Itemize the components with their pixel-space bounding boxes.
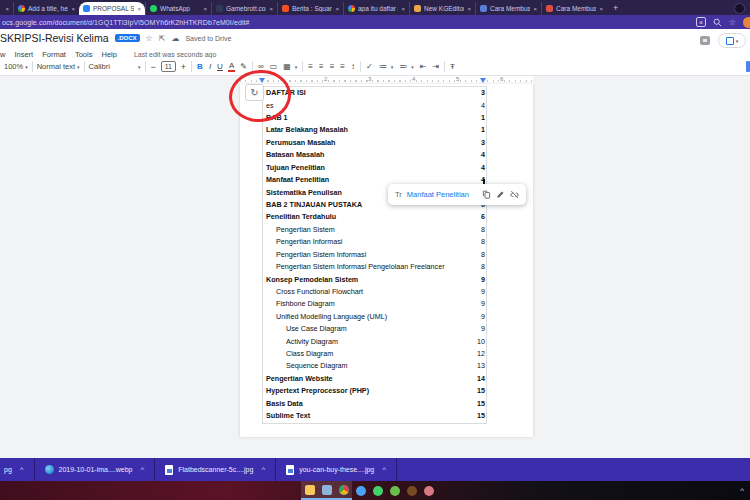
increase-font-size-button[interactable]: +: [180, 62, 187, 72]
document-page[interactable]: DAFTAR ISI3es4BAB 11Latar Belakang Masal…: [240, 84, 533, 437]
tab-close-icon[interactable]: ×: [269, 6, 273, 12]
editing-mode-button[interactable]: ▾: [718, 33, 746, 48]
download-expand-icon[interactable]: ^: [261, 465, 265, 474]
toc-row[interactable]: Activity Diagram10: [262, 335, 487, 347]
toc-row[interactable]: Latar Belakang Masalah1: [262, 124, 487, 136]
download-item[interactable]: pg^: [0, 458, 35, 481]
toc-row[interactable]: Hypertext Preprocessor (PHP)15: [262, 385, 487, 397]
toc-row[interactable]: Pengertian Sistem8: [262, 223, 487, 235]
toc-row[interactable]: Fishbone Diagram9: [262, 298, 487, 310]
taskbar-icon-photos-app[interactable]: [318, 481, 335, 500]
taskbar-icon-edge[interactable]: [352, 481, 369, 500]
bulleted-list-icon[interactable]: ≔: [378, 62, 388, 72]
download-item[interactable]: you-can-buy-these....jpg^: [276, 458, 397, 481]
tab-close-icon[interactable]: ×: [5, 6, 9, 12]
taskbar-icon-file-explorer[interactable]: [301, 481, 318, 500]
line-spacing-icon[interactable]: ↕: [350, 62, 356, 72]
toc-row[interactable]: Batasan Masalah4: [262, 149, 487, 161]
copy-link-icon[interactable]: [482, 190, 491, 199]
system-tray-chevron-icon[interactable]: ^: [740, 486, 744, 495]
toc-row[interactable]: Konsep Pemodelan Sistem9: [262, 273, 487, 285]
toc-row[interactable]: Pengertian Informasi8: [262, 236, 487, 248]
tab-close-icon[interactable]: ×: [335, 6, 339, 12]
toc-row[interactable]: Class Diagram12: [262, 347, 487, 359]
star-document-icon[interactable]: ☆: [146, 34, 153, 43]
paragraph-style-select[interactable]: Normal text▾: [37, 62, 80, 71]
toc-row[interactable]: Sequence Diagram13: [262, 360, 487, 372]
decrease-indent-icon[interactable]: ⇤: [419, 62, 428, 72]
toc-row[interactable]: BAB 11: [262, 111, 487, 123]
download-expand-icon[interactable]: ^: [141, 465, 145, 474]
heading-link[interactable]: Manfaat Penelitian: [407, 190, 469, 199]
highlight-pen-icon[interactable]: ✎: [239, 62, 248, 72]
bold-icon[interactable]: B: [196, 62, 204, 72]
browser-tab[interactable]: WhatsApp×: [145, 2, 211, 15]
decrease-font-size-button[interactable]: −: [150, 62, 157, 72]
browser-tab[interactable]: ×: [0, 2, 13, 15]
last-edit-link[interactable]: Last edit was seconds ago: [134, 51, 217, 58]
toc-row[interactable]: Cross Functional Flowchart9: [262, 285, 487, 297]
browser-tab[interactable]: Cara Membuat Da×: [541, 2, 607, 15]
toc-row[interactable]: Penelitian Terdahulu6: [262, 211, 487, 223]
tab-close-icon[interactable]: ×: [467, 6, 471, 12]
toc-row[interactable]: Pengertian Website14: [262, 372, 487, 384]
browser-tab[interactable]: Berita : Square En×: [277, 2, 343, 15]
toc-row[interactable]: Pengertian Sistem Informasi8: [262, 248, 487, 260]
insert-image-arrow-icon[interactable]: ▾: [294, 62, 299, 72]
download-item[interactable]: Flatbedscanner-5c....jpg^: [155, 458, 276, 481]
toc-row[interactable]: Unified Modelling Language (UML)9: [262, 310, 487, 322]
toc-row[interactable]: Basis Data15: [262, 397, 487, 409]
tab-close-icon[interactable]: ×: [71, 6, 75, 12]
move-to-folder-icon[interactable]: ⇱: [159, 34, 166, 43]
bulleted-list-arrow-icon[interactable]: ▾: [390, 62, 395, 72]
browser-tab[interactable]: PROPOSAL SKRIP×: [79, 2, 145, 15]
underline-icon[interactable]: U: [216, 62, 224, 72]
profile-avatar[interactable]: [743, 17, 750, 28]
align-justify-icon[interactable]: ≡: [339, 62, 346, 72]
checklist-icon[interactable]: ✓: [365, 62, 374, 72]
browser-tab[interactable]: New KGEditor×: [409, 2, 475, 15]
right-indent-marker[interactable]: [480, 78, 486, 83]
taskbar-icon-game-app[interactable]: [403, 481, 420, 500]
tab-close-icon[interactable]: ×: [533, 6, 537, 12]
text-color-icon[interactable]: A: [228, 62, 235, 72]
download-expand-icon[interactable]: ^: [382, 465, 386, 474]
browser-tab[interactable]: Gamebrott.com -×: [211, 2, 277, 15]
toc-row[interactable]: DAFTAR ISI3: [262, 87, 487, 99]
clear-formatting-icon[interactable]: Ŧ: [449, 62, 456, 72]
zoom-select[interactable]: 100%▾: [4, 62, 28, 71]
browser-tab[interactable]: Add a title, headin×: [13, 2, 79, 15]
browser-tab[interactable]: Cara Membuat Da×: [475, 2, 541, 15]
taskbar-icon-whatsapp[interactable]: [369, 481, 386, 500]
font-family-select[interactable]: Calibri▾: [89, 62, 141, 71]
taskbar-icon-media-app[interactable]: [420, 481, 437, 500]
bookmark-star-icon[interactable]: ☆: [729, 18, 736, 27]
numbered-list-icon[interactable]: ≕: [398, 62, 408, 72]
translate-icon[interactable]: a: [696, 17, 706, 27]
address-bar-url[interactable]: ocs.google.com/document/d/1GQ1TTl3IpVi5O…: [0, 19, 250, 26]
toc-row[interactable]: es4: [262, 99, 487, 111]
toc-row[interactable]: Use Case Diagram9: [262, 323, 487, 335]
numbered-list-arrow-icon[interactable]: ▾: [410, 62, 415, 72]
remove-link-icon[interactable]: [510, 190, 519, 199]
toc-row[interactable]: Sublime Text15: [262, 409, 487, 421]
comment-history-icon[interactable]: [700, 36, 710, 45]
scrollbar-thumb[interactable]: [746, 61, 750, 72]
download-expand-icon[interactable]: ^: [20, 465, 24, 474]
increase-indent-icon[interactable]: ⇥: [431, 62, 440, 72]
italic-icon[interactable]: I: [208, 62, 212, 72]
tab-close-icon[interactable]: ×: [599, 6, 603, 12]
align-center-icon[interactable]: ≡: [318, 62, 325, 72]
toc-row[interactable]: Perumusan Masalah3: [262, 136, 487, 148]
new-tab-button[interactable]: +: [613, 3, 618, 13]
tab-close-icon[interactable]: ×: [137, 6, 141, 12]
align-right-icon[interactable]: ≡: [329, 62, 336, 72]
document-title[interactable]: SKRIPSI-Revisi Kelima: [0, 32, 109, 44]
document-canvas[interactable]: DAFTAR ISI3es4BAB 11Latar Belakang Masal…: [0, 84, 750, 458]
download-item[interactable]: 2019-10-01-ima....webp^: [35, 458, 156, 481]
font-size-input[interactable]: 11: [161, 61, 176, 72]
toc-row[interactable]: Pengertian Sistem Informasi Pengelolaan …: [262, 260, 487, 272]
tab-close-icon[interactable]: ×: [203, 6, 207, 12]
toc-row[interactable]: Tujuan Penelitian4: [262, 161, 487, 173]
browser-tab[interactable]: apa itu daftar isi -×: [343, 2, 409, 15]
